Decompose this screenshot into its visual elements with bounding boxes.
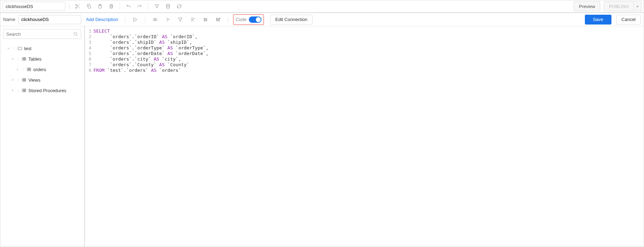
code-toggle-container: Code — [233, 14, 264, 25]
publish-button[interactable]: PUBLISH — [604, 1, 634, 11]
drag-handle-icon: ⋮⋮ — [16, 89, 20, 92]
chevron-right-icon — [15, 67, 20, 72]
table-icon — [21, 56, 27, 62]
drag-handle-icon: ⋮⋮ — [12, 47, 16, 50]
edit-connection-button[interactable]: Edit Connection — [270, 15, 313, 25]
code-content[interactable]: SELECT `orders`.`orderID` AS `orderID`, … — [92, 26, 644, 247]
dataset-icon[interactable] — [163, 1, 173, 11]
folder-icon — [17, 46, 23, 51]
main-area: ⋮⋮ test ⋮⋮ Tables ⋮⋮ orders ⋮⋮ Views — [0, 26, 644, 247]
datasource-name-input[interactable] — [2, 2, 65, 11]
divider — [120, 3, 120, 9]
cancel-button[interactable]: Cancel — [616, 15, 641, 25]
divider — [148, 3, 148, 9]
chevron-down-icon — [6, 46, 11, 51]
second-toolbar: Name Add Description Code Edit Connectio… — [0, 13, 644, 26]
publish-button-group: PUBLISH ▾ — [604, 1, 642, 11]
tree: ⋮⋮ test ⋮⋮ Tables ⋮⋮ orders ⋮⋮ Views — [0, 42, 84, 97]
table-icon — [21, 88, 27, 93]
filter-icon[interactable] — [152, 1, 162, 11]
tree-node-tables[interactable]: ⋮⋮ Tables — [0, 54, 84, 64]
visibility-icon[interactable] — [150, 15, 160, 25]
refresh-icon[interactable] — [174, 1, 184, 11]
svg-point-8 — [166, 4, 169, 6]
divider — [228, 16, 228, 23]
svg-marker-9 — [134, 18, 137, 21]
tree-node-stored-procedures[interactable]: ⋮⋮ Stored Procedures — [0, 85, 84, 96]
name-label: Name — [3, 17, 15, 22]
code-editor[interactable]: 12345678 SELECT `orders`.`orderID` AS `o… — [84, 26, 644, 247]
tree-node-label: test — [24, 46, 31, 51]
sidebar: ⋮⋮ test ⋮⋮ Tables ⋮⋮ orders ⋮⋮ Views — [0, 26, 84, 247]
publish-dropdown[interactable]: ▾ — [634, 1, 642, 11]
svg-point-14 — [191, 18, 193, 19]
run-icon[interactable] — [130, 15, 140, 25]
redo-icon[interactable] — [135, 1, 145, 11]
tree-node-test[interactable]: ⋮⋮ test — [0, 43, 84, 54]
svg-point-1 — [76, 7, 77, 8]
function-icon[interactable] — [163, 15, 173, 25]
adjust-icon[interactable] — [213, 15, 223, 25]
tree-node-label: Tables — [28, 56, 42, 62]
name-input[interactable] — [18, 15, 81, 24]
svg-point-29 — [74, 32, 77, 35]
search-icon — [73, 32, 78, 36]
tree-node-label: orders — [33, 67, 46, 72]
table-icon — [21, 77, 27, 83]
divider — [145, 16, 145, 23]
svg-rect-31 — [22, 57, 26, 60]
copy-icon[interactable] — [84, 1, 94, 11]
search-input-wrap[interactable] — [3, 29, 81, 39]
divider — [125, 16, 125, 23]
paste-icon[interactable] — [95, 1, 105, 11]
code-toggle[interactable] — [249, 16, 261, 23]
svg-rect-36 — [27, 68, 30, 71]
drag-handle-icon: ⋮⋮ — [16, 78, 20, 82]
svg-rect-5 — [88, 6, 91, 8]
chevron-down-icon — [10, 56, 15, 61]
tree-node-label: Views — [28, 77, 40, 83]
chevron-right-icon — [10, 77, 15, 82]
svg-line-4 — [77, 5, 78, 6]
table-icon — [26, 67, 32, 72]
svg-line-3 — [78, 7, 80, 8]
svg-rect-46 — [22, 89, 26, 92]
drag-handle-icon: ⋮⋮ — [16, 57, 20, 61]
gutter: 12345678 — [85, 26, 92, 247]
preview-button[interactable]: Preview — [574, 1, 600, 11]
save-button[interactable]: Save — [585, 15, 611, 25]
svg-rect-41 — [22, 78, 26, 81]
filter2-icon[interactable] — [175, 15, 185, 25]
divider — [69, 3, 69, 9]
undo-icon[interactable] — [124, 1, 133, 11]
svg-point-0 — [76, 4, 77, 6]
delete-icon[interactable] — [106, 1, 116, 11]
top-toolbar: Preview PUBLISH ▾ — [0, 0, 644, 13]
tree-node-views[interactable]: ⋮⋮ Views — [0, 75, 84, 85]
tree-node-orders[interactable]: ⋮⋮ orders — [0, 64, 84, 75]
search-input[interactable] — [6, 32, 71, 37]
user-icon[interactable] — [188, 15, 198, 25]
code-toggle-label: Code — [236, 17, 246, 22]
svg-point-11 — [155, 18, 157, 21]
drag-handle-icon: ⋮⋮ — [21, 68, 25, 71]
cut-icon[interactable] — [73, 1, 83, 11]
add-description-link[interactable]: Add Description — [84, 17, 120, 22]
chevron-right-icon — [10, 88, 15, 93]
tree-node-label: Stored Procedures — [28, 88, 66, 93]
sliders-icon[interactable] — [201, 15, 210, 25]
svg-line-30 — [77, 35, 78, 36]
